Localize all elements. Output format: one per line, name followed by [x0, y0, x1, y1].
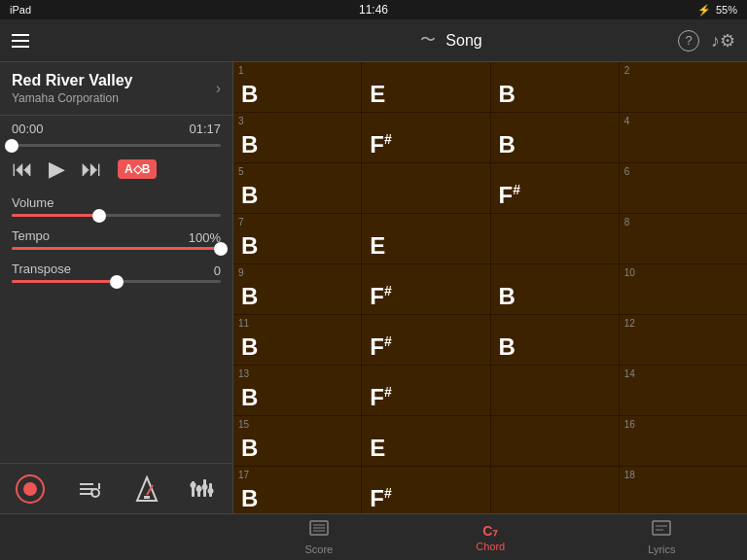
chord-cell[interactable]: 14	[620, 366, 747, 415]
tab-score[interactable]: Score	[304, 519, 333, 555]
cell-number: 18	[624, 470, 635, 480]
time-start: 00:00	[12, 122, 44, 136]
tab-chord[interactable]: C₇ Chord	[476, 523, 505, 552]
chord-row: 3BF#B4	[233, 113, 747, 163]
cell-number: 7	[238, 217, 244, 228]
chord-cell[interactable]: F#	[362, 113, 490, 162]
settings-icon[interactable]: ♪⚙	[711, 30, 735, 52]
chord-cell[interactable]	[491, 366, 620, 415]
forward-button[interactable]: ⏭	[81, 157, 102, 182]
status-bar: iPad 11:46 ⚡ 55%	[0, 0, 747, 19]
svg-rect-7	[144, 496, 150, 499]
ab-loop-button[interactable]: A◇B	[118, 159, 157, 179]
record-icon	[16, 474, 45, 504]
chord-cell[interactable]: 13B	[233, 366, 362, 415]
cell-number: 4	[624, 116, 630, 126]
cell-number: 9	[238, 267, 244, 278]
mixer-icon	[190, 477, 217, 501]
chord-cell[interactable]: B	[491, 62, 620, 112]
chord-cell[interactable]: 3B	[233, 113, 362, 162]
waveform-icon: 〜	[420, 30, 436, 51]
chord-cell[interactable]: 12	[620, 315, 747, 365]
chord-cell[interactable]: 2	[620, 62, 747, 112]
top-bar-center: 〜 Song	[233, 30, 669, 51]
chord-cell[interactable]	[491, 467, 620, 513]
chord-cell[interactable]: B	[491, 264, 620, 314]
chord-cell[interactable]: E	[362, 214, 490, 263]
transpose-value: 0	[214, 263, 221, 278]
chord-cell[interactable]: 16	[620, 416, 747, 466]
chord-cell[interactable]	[362, 163, 490, 213]
tracks-button[interactable]	[76, 475, 103, 503]
progress-track[interactable]	[12, 144, 221, 147]
cell-chord: F#	[370, 334, 391, 359]
hamburger-menu[interactable]	[12, 34, 29, 48]
cell-number: 11	[238, 318, 249, 329]
chord-cell[interactable]: 10	[620, 264, 747, 314]
chord-cell[interactable]: E	[362, 62, 490, 112]
chord-cell[interactable]: 18	[620, 467, 747, 513]
cell-chord: B	[241, 83, 258, 106]
chord-cell[interactable]: F#	[362, 315, 490, 365]
tempo-slider[interactable]	[12, 247, 221, 250]
volume-thumb[interactable]	[92, 209, 106, 223]
volume-label: Volume	[12, 195, 221, 210]
cell-chord: B	[499, 133, 516, 157]
cell-chord: B	[241, 133, 258, 157]
chord-cell[interactable]	[491, 214, 620, 263]
transpose-slider[interactable]	[12, 280, 221, 283]
cell-number: 13	[238, 368, 249, 379]
bottom-tab-right: Score C₇ Chord Lyrics	[233, 514, 747, 560]
chord-cell[interactable]: 4	[620, 113, 747, 162]
metronome-button[interactable]	[135, 475, 159, 503]
transpose-fill	[12, 280, 117, 283]
chevron-right-icon: ›	[216, 80, 221, 97]
play-button[interactable]: ▶	[49, 157, 65, 182]
cell-chord: B	[499, 335, 516, 359]
bottom-tab-bar: Score C₇ Chord Lyrics	[0, 513, 747, 560]
chord-cell[interactable]: F#	[491, 163, 620, 213]
tab-lyrics[interactable]: Lyrics	[648, 519, 675, 555]
chord-cell[interactable]: B	[491, 113, 620, 162]
chord-cell[interactable]: 8	[620, 214, 747, 263]
chord-cell[interactable]: B	[491, 315, 620, 365]
record-button[interactable]	[16, 474, 45, 504]
chord-cell[interactable]: 15B	[233, 416, 362, 466]
top-bar-right: ? ♪⚙	[669, 30, 747, 52]
rewind-button[interactable]: ⏮	[12, 157, 33, 182]
cell-chord: E	[370, 234, 385, 258]
chord-cell[interactable]: 6	[620, 163, 747, 213]
chord-cell[interactable]: 17B	[233, 467, 362, 513]
chord-cell[interactable]: F#	[362, 366, 490, 415]
status-ipad: iPad	[10, 4, 31, 16]
help-button[interactable]: ?	[678, 30, 699, 52]
cell-chord: B	[241, 487, 258, 510]
chord-grid[interactable]: 1BEB23BF#B45BF#67BE89BF#B1011BF#B1213BF#…	[233, 62, 747, 513]
chord-cell[interactable]: 7B	[233, 214, 362, 263]
chord-row: 1BEB2	[233, 62, 747, 113]
mixer-button[interactable]	[190, 477, 217, 501]
cell-chord: B	[241, 285, 258, 308]
chord-cell[interactable]: E	[362, 416, 490, 466]
cell-number: 14	[624, 368, 635, 379]
chord-cell[interactable]: 9B	[233, 264, 362, 314]
sidebar-bottom	[0, 463, 232, 513]
chord-cell[interactable]: 5B	[233, 163, 362, 213]
chord-cell[interactable]	[491, 416, 620, 466]
sidebar: Red River Valley Yamaha Corporation › 00…	[0, 62, 233, 513]
song-info[interactable]: Red River Valley Yamaha Corporation ›	[0, 62, 232, 116]
tempo-label: Tempo	[12, 228, 50, 243]
chord-cell[interactable]: F#	[362, 264, 490, 314]
tempo-thumb[interactable]	[214, 242, 228, 256]
volume-slider[interactable]	[12, 214, 221, 217]
progress-thumb[interactable]	[5, 139, 18, 153]
cell-number: 1	[238, 65, 244, 76]
chord-cell[interactable]: 1B	[233, 62, 362, 112]
cell-number: 3	[238, 116, 244, 126]
chord-cell[interactable]: F#	[362, 467, 490, 513]
cell-number: 2	[624, 65, 630, 76]
transpose-thumb[interactable]	[110, 275, 124, 289]
score-label: Score	[304, 543, 333, 555]
chord-cell[interactable]: 11B	[233, 315, 362, 365]
song-title: Song	[445, 32, 481, 50]
